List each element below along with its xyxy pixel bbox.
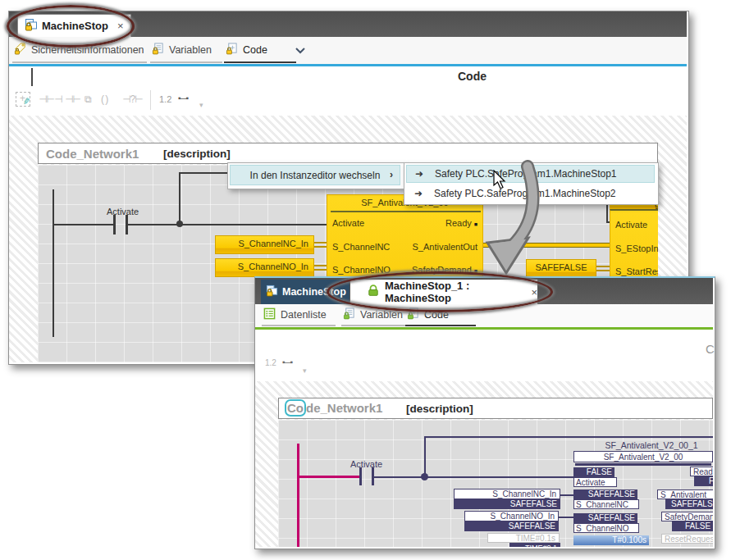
- tab-code[interactable]: Code: [224, 40, 296, 63]
- fb-input-name: Activate: [573, 477, 617, 487]
- dropdown-arrow-icon[interactable]: ▾: [303, 367, 307, 375]
- fb-output-name: Ready: [690, 467, 713, 476]
- fb-input-label: S_EStopIn: [615, 244, 658, 253]
- wire: [374, 476, 573, 478]
- network-title: Code_Network1: [46, 147, 139, 161]
- doc-lock-green-icon: [343, 307, 355, 322]
- wire: [559, 517, 573, 518]
- cursor-pointer: [493, 170, 508, 191]
- tab-label: Datenliste: [281, 309, 327, 321]
- doc-lock-yellow-icon: [226, 43, 238, 57]
- goto-arrow-icon: ➜: [415, 168, 423, 180]
- doc-lock-yellow-icon: [266, 285, 278, 300]
- fb-output-value: FALSE: [672, 521, 713, 531]
- network-title: Code_Network1: [285, 401, 382, 415]
- doc-lock-yellow-icon: [152, 43, 164, 57]
- operand-value: SAFEFALSE: [464, 521, 559, 531]
- contact-label[interactable]: Activate: [350, 459, 382, 469]
- fb-output-value: FALSE: [694, 476, 713, 486]
- fb-output-name-disabled: ResetRequest: [661, 534, 713, 544]
- tab-label: Code: [243, 44, 267, 56]
- fb-output-name: S_Antivalent: [657, 489, 713, 499]
- editor-surface: Code_Network1 [description] Activate S_C…: [255, 381, 713, 547]
- accent-line-green: [255, 327, 713, 330]
- fbd-grid[interactable]: Activate S_ChannelNC_In SAFEFALSE S_Chan…: [278, 420, 713, 547]
- network-header[interactable]: Code_Network1 [description]: [38, 143, 658, 164]
- rename-highlight[interactable]: Co: [285, 399, 306, 417]
- list-green-icon: [263, 307, 276, 322]
- function-block-icon[interactable]: ⧉: [85, 93, 91, 105]
- wire: [297, 476, 359, 478]
- contact-pair-icon[interactable]: ⊣⊢⊣: [39, 93, 62, 105]
- goto-arrow-icon: ➜: [414, 188, 423, 199]
- tab-datenliste[interactable]: Datenliste: [262, 305, 336, 326]
- tab-variablen[interactable]: Variablen: [150, 40, 222, 63]
- wire: [424, 436, 713, 438]
- fb-input-label: Activate: [332, 218, 364, 228]
- menu-item-instanzeditor[interactable]: In den Instanzeditor wechseln ›: [230, 165, 400, 185]
- wire: [53, 224, 115, 225]
- fb-input-value-time: T#0.100s: [573, 535, 649, 545]
- contact-bar: [126, 215, 128, 234]
- fb-output-name: SafetyDemand: [661, 512, 713, 521]
- fb-title-underline: [331, 211, 481, 212]
- annotation-ellipse-tab2: [327, 271, 553, 312]
- fbd-toolbar: + ✎ ⊣⊢⊣ ⊣⊢ ⧉ ( ) ⊣?⊢ 1.2 ▪—▪ ▾: [9, 86, 687, 116]
- fb-input-label: S_ChannelNO: [332, 265, 391, 275]
- power-rail: [297, 444, 299, 547]
- fb-title[interactable]: SF_Antivalent_V2_00: [573, 451, 713, 462]
- coil-icon[interactable]: ( ): [101, 93, 107, 105]
- operand-name-disabled[interactable]: TIME#0.1s: [487, 533, 560, 543]
- screenshot-stage: MachineStop × Sicherheitsinformationen: [0, 0, 731, 560]
- fb-input-label: Activate: [615, 220, 647, 230]
- chevron-down-icon[interactable]: [295, 43, 306, 58]
- network-description[interactable]: [description]: [163, 148, 231, 160]
- context-menu: In den Instanzeditor wechseln ›: [227, 162, 404, 189]
- fb-input-name: S_ChannelNO: [573, 523, 639, 533]
- operand-connector: [314, 265, 327, 271]
- wire: [424, 436, 426, 477]
- wire: [560, 494, 573, 496]
- view-heading: Code: [458, 70, 487, 83]
- wire: [128, 224, 327, 225]
- submenu-arrow-icon: ›: [390, 169, 393, 180]
- operand-name[interactable]: S_ChannelNO_In: [464, 511, 559, 521]
- zoom-level: 1.2: [265, 358, 276, 367]
- fb-instance-name: SF_Antivalent_V2_00_1: [590, 440, 713, 450]
- contact-bar: [113, 215, 116, 234]
- contact-bar: [359, 467, 362, 485]
- operand-box[interactable]: S_ChannelNC_In: [215, 235, 314, 254]
- fb-input-value: SAFEFALSE: [573, 489, 637, 499]
- contact-label[interactable]: Activate: [107, 207, 139, 216]
- power-rail: [53, 189, 54, 337]
- instance-editor-window: MachineStop MachineStop_1 : MachineStop …: [254, 276, 715, 549]
- operand-connector: [596, 266, 610, 271]
- operand-connector: [314, 242, 327, 248]
- fb-input-value: FALSE: [573, 467, 614, 477]
- toolbar-separator: [150, 90, 151, 110]
- operand-name[interactable]: S_ChannelNC_In: [454, 489, 560, 499]
- panel-divider: [31, 68, 33, 86]
- fb-input-name: S_ChannelNC: [573, 499, 639, 509]
- annotation-ellipse-tab1: [7, 5, 135, 48]
- contact-icon[interactable]: ⊣⊢: [65, 93, 80, 105]
- network-description[interactable]: [description]: [406, 403, 473, 415]
- operand-box[interactable]: S_ChannelNO_In: [215, 258, 314, 277]
- operand-value: SAFEFALSE: [454, 499, 560, 509]
- tab-label: Variablen: [169, 44, 212, 56]
- fb-input-label: S_StartReset: [615, 266, 658, 276]
- comparator-icon[interactable]: ⊣?⊢: [122, 93, 143, 105]
- network-header[interactable]: Code_Network1 [description]: [278, 398, 713, 419]
- annotation-arrow: [472, 160, 562, 283]
- heading-row: Code: [9, 66, 687, 86]
- line-width-icon[interactable]: ▪—▪: [282, 357, 291, 367]
- fb-input-value: SAFEFALSE: [573, 513, 637, 523]
- tag-lock-icon: [14, 43, 26, 57]
- operand-value: TIME#0.1: [509, 543, 560, 547]
- fb-output-label: S_AntivalentOut: [413, 242, 478, 252]
- add-network-icon[interactable]: + ✎: [16, 92, 30, 107]
- fb-output-value: SAFEFALSE: [665, 499, 713, 509]
- line-width-icon[interactable]: ▪—▪: [178, 93, 187, 102]
- dropdown-arrow-icon[interactable]: ▾: [199, 101, 203, 109]
- view-heading-fragment: C: [706, 342, 715, 356]
